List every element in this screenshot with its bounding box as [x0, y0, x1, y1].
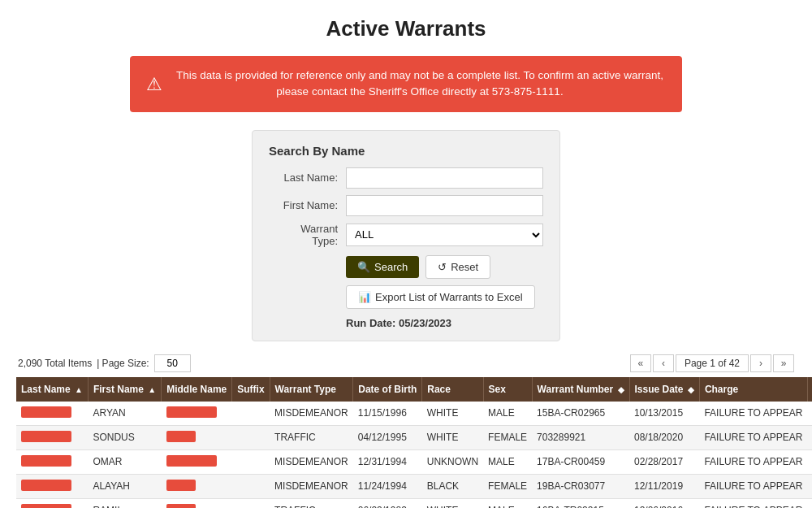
cell-dob: 12/31/1994 [353, 449, 422, 474]
cell-warrant-number: 15BA-CR02965 [532, 402, 629, 426]
pager: « ‹ Page 1 of 42 › » [630, 354, 794, 372]
cell-first-name: RAMIL [88, 498, 161, 508]
button-row: 🔍 Search ↺ Reset 📊 Export List of Warran… [346, 255, 543, 309]
cell-charge: FAILURE TO APPEAR [699, 402, 807, 426]
first-name-row: First Name: [269, 195, 543, 216]
cell-first-name: ARYAN [88, 402, 161, 426]
redacted-last-name [21, 455, 71, 467]
table-row: SONDUSTRAFFIC04/12/1995WHITEFEMALE703289… [16, 425, 812, 449]
col-race: Race [422, 377, 483, 402]
cell-last-name [16, 498, 88, 508]
cell-warrant-number: 19BA-CR03077 [532, 474, 629, 498]
page-title: Active Warrants [16, 16, 796, 41]
warning-icon: ⚠ [146, 71, 162, 98]
cell-bond-amount: 1,000.00 [807, 402, 812, 426]
cell-warrant-number: 16BA-TR02215 [532, 498, 629, 508]
last-page-button[interactable]: » [773, 354, 794, 372]
cell-sex: MALE [483, 449, 532, 474]
cell-dob: 11/15/1996 [353, 402, 422, 426]
warrant-type-label: WarrantType: [269, 223, 346, 247]
alert-message: This data is provided for reference only… [174, 67, 666, 101]
warrant-type-select[interactable]: ALL MISDEMEANOR TRAFFIC FELONY [346, 224, 543, 246]
cell-warrant-number: 17BA-CR00459 [532, 449, 629, 474]
cell-charge: FAILURE TO APPEAR [699, 449, 807, 474]
cell-suffix [232, 498, 270, 508]
next-page-button[interactable]: › [750, 354, 771, 372]
cell-charge: FAILURE TO APPEAR [699, 425, 807, 449]
redacted-last-name [21, 431, 71, 442]
cell-last-name [16, 449, 88, 474]
col-bond-amount: Bond Amount [807, 377, 812, 402]
search-form-title: Search By Name [269, 144, 543, 158]
cell-middle-name [162, 449, 232, 474]
cell-middle-name [162, 425, 232, 449]
export-button[interactable]: 📊 Export List of Warrants to Excel [346, 285, 535, 309]
table-row: OMARMISDEMEANOR12/31/1994UNKNOWNMALE17BA… [16, 449, 812, 474]
cell-suffix [232, 425, 270, 449]
page-size-label: | Page Size: [97, 358, 149, 369]
first-name-input[interactable] [346, 195, 543, 216]
cell-issue-date: 02/28/2017 [629, 449, 699, 474]
total-count: 2,090 Total Items [18, 358, 92, 369]
cell-dob: 11/24/1994 [353, 474, 422, 498]
cell-middle-name [162, 474, 232, 498]
cell-bond-amount: 232.00 [807, 425, 812, 449]
cell-last-name [16, 425, 88, 449]
cell-race: WHITE [422, 425, 483, 449]
search-form: Search By Name Last Name: First Name: Wa… [252, 130, 560, 341]
cell-issue-date: 12/11/2019 [629, 474, 699, 498]
excel-icon: 📊 [358, 291, 371, 303]
cell-sex: FEMALE [483, 425, 532, 449]
table-row: RAMILTRAFFIC06/22/1982WHITEMALE16BA-TR02… [16, 498, 812, 508]
redacted-middle-name [166, 431, 196, 442]
cell-warrant-type: MISDEMEANOR [270, 402, 353, 426]
cell-warrant-number: 703289921 [532, 425, 629, 449]
col-issue-date[interactable]: Issue Date ◆ [629, 377, 699, 402]
first-name-label: First Name: [269, 199, 346, 211]
cell-bond-amount: 220.50 [807, 498, 812, 508]
table-header-row: Last Name ▲ First Name ▲ Middle Name Suf… [16, 377, 812, 402]
redacted-last-name [21, 406, 71, 418]
cell-issue-date: 12/06/2016 [629, 498, 699, 508]
total-items-info: 2,090 Total Items | Page Size: [18, 354, 191, 372]
search-icon: 🔍 [357, 261, 370, 273]
warrants-table: Last Name ▲ First Name ▲ Middle Name Suf… [16, 377, 812, 509]
cell-suffix [232, 474, 270, 498]
cell-bond-amount: 100.00 [807, 474, 812, 498]
alert-banner: ⚠ This data is provided for reference on… [130, 56, 682, 112]
cell-charge: FAILURE TO APPEAR [699, 474, 807, 498]
search-button[interactable]: 🔍 Search [346, 256, 419, 278]
redacted-middle-name [166, 406, 217, 418]
cell-sex: MALE [483, 402, 532, 426]
cell-first-name: SONDUS [88, 425, 161, 449]
prev-page-button[interactable]: ‹ [653, 354, 674, 372]
cell-warrant-type: TRAFFIC [270, 425, 353, 449]
cell-race: WHITE [422, 402, 483, 426]
page-info: Page 1 of 42 [676, 354, 749, 372]
cell-middle-name [162, 498, 232, 508]
reset-button[interactable]: ↺ Reset [425, 255, 490, 279]
col-last-name[interactable]: Last Name ▲ [16, 377, 88, 402]
redacted-middle-name [166, 480, 196, 491]
cell-first-name: ALAYAH [88, 474, 161, 498]
col-suffix: Suffix [232, 377, 270, 402]
col-sex: Sex [483, 377, 532, 402]
last-name-row: Last Name: [269, 167, 543, 189]
cell-bond-amount: 1,000.00 [807, 449, 812, 474]
first-page-button[interactable]: « [630, 354, 651, 372]
cell-charge: FAILURE TO APPEAR [699, 498, 807, 508]
cell-race: UNKNOWN [422, 449, 483, 474]
pagination-bar: 2,090 Total Items | Page Size: « ‹ Page … [16, 354, 796, 372]
cell-race: WHITE [422, 498, 483, 508]
cell-warrant-type: MISDEMEANOR [270, 449, 353, 474]
col-warrant-number[interactable]: Warrant Number ◆ [532, 377, 629, 402]
cell-suffix [232, 402, 270, 426]
cell-sex: MALE [483, 498, 532, 508]
cell-middle-name [162, 402, 232, 426]
last-name-input[interactable] [346, 167, 543, 189]
redacted-last-name [21, 504, 71, 509]
col-first-name[interactable]: First Name ▲ [88, 377, 161, 402]
warrant-type-row: WarrantType: ALL MISDEMEANOR TRAFFIC FEL… [269, 223, 543, 247]
cell-warrant-type: TRAFFIC [270, 498, 353, 508]
page-size-input[interactable] [154, 354, 191, 372]
